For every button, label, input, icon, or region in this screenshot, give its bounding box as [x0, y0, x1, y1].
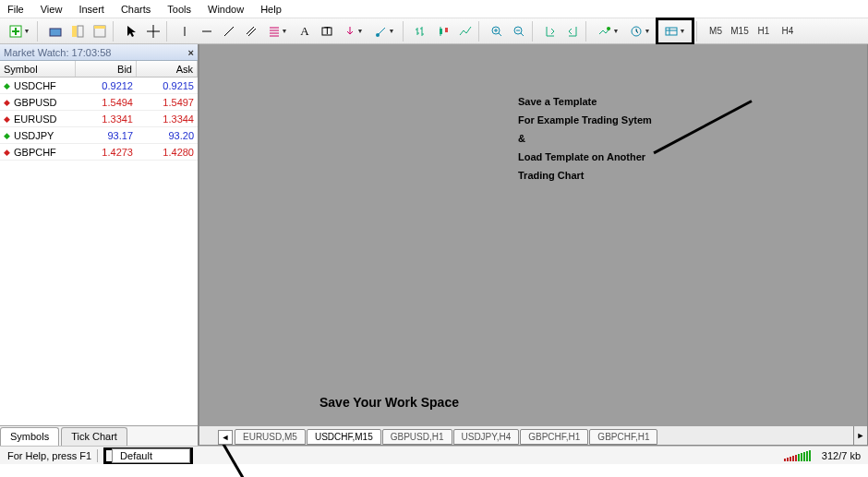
connection-status-icon[interactable] [784, 450, 811, 461]
bid-price: 1.5494 [76, 97, 137, 108]
menu-file[interactable]: File [7, 4, 24, 15]
objects-tool[interactable]: ▼ [369, 21, 401, 42]
zoom-out-button[interactable] [508, 21, 530, 42]
new-chart-button[interactable]: ▼ [4, 21, 35, 42]
market-watch-row[interactable]: ◆USDCHF0.92120.9215 [0, 78, 198, 94]
ask-price: 93.20 [137, 130, 198, 141]
fibo-tool[interactable]: ▼ [262, 21, 294, 42]
symbol-name: GBPCHF [14, 147, 56, 158]
tab-symbols[interactable]: Symbols [0, 427, 59, 446]
text-tool[interactable]: A [294, 21, 316, 42]
ask-price: 1.4280 [137, 147, 198, 158]
ask-price: 0.9215 [137, 80, 198, 91]
market-watch-row[interactable]: ◆GBPUSD1.54941.5497 [0, 94, 198, 111]
annotation-template-text: Save a Template For Example Trading Syte… [518, 92, 652, 185]
arrow-down-icon: ◆ [4, 98, 10, 107]
tab-tick-chart[interactable]: Tick Chart [61, 427, 127, 446]
toolbar: ▼ ▼ A T ▼ ▼ ▼ ▼ ▼ M5 M15 H1 H4 [0, 18, 868, 44]
menu-window[interactable]: Window [208, 4, 244, 15]
chart-tab-2[interactable]: GBPUSD,H1 [382, 429, 452, 445]
ask-price: 1.5497 [137, 97, 198, 108]
chart-tab-5[interactable]: GBPCHF,H1 [589, 429, 657, 445]
vertical-line-tool[interactable] [174, 21, 196, 42]
arrow-up-icon: ◆ [4, 81, 10, 90]
profiles-button[interactable] [44, 21, 66, 42]
bid-price: 0.9212 [76, 80, 137, 91]
market-watch-row[interactable]: ◆EURUSD1.33411.3344 [0, 111, 198, 127]
periodicity-button[interactable]: ▼ [624, 21, 656, 42]
menu-view[interactable]: View [41, 4, 63, 15]
profile-highlight: Default [103, 447, 193, 464]
arrow-down-icon: ◆ [4, 148, 10, 157]
svg-rect-3 [78, 26, 83, 37]
symbol-name: USDJPY [14, 130, 54, 141]
text-label-tool[interactable]: T [316, 21, 338, 42]
svg-point-8 [376, 33, 380, 37]
crosshair-tool[interactable] [142, 21, 164, 42]
market-watch-row[interactable]: ◆USDJPY93.1793.20 [0, 127, 198, 144]
chartshift-button[interactable] [561, 21, 584, 42]
market-watch-header: Symbol Bid Ask [0, 61, 198, 78]
horizontal-line-tool[interactable] [196, 21, 218, 42]
menu-insert[interactable]: Insert [78, 4, 104, 15]
indicators-button[interactable]: ▼ [593, 21, 624, 42]
svg-rect-2 [72, 26, 77, 37]
menu-bar: File View Insert Charts Tools Window Hel… [0, 0, 868, 18]
market-watch-close-icon[interactable]: × [188, 47, 194, 58]
arrow-down-icon: ◆ [4, 114, 10, 124]
timeframe-h1[interactable]: H1 [752, 21, 776, 42]
profile-selector[interactable]: Default [112, 448, 190, 463]
navigator-toggle[interactable] [89, 21, 111, 42]
menu-charts[interactable]: Charts [121, 4, 151, 15]
timeframe-m15[interactable]: M15 [728, 21, 752, 42]
symbol-name: USDCHF [14, 80, 56, 91]
chart-tab-4[interactable]: GBPCHF,H1 [520, 429, 588, 445]
bars-chart-button[interactable] [410, 21, 432, 42]
svg-rect-15 [666, 28, 677, 35]
channel-tool[interactable] [240, 21, 262, 42]
main-area: Market Watch: 17:03:58 × Symbol Bid Ask … [0, 44, 868, 446]
bid-price: 1.3341 [76, 113, 137, 125]
market-watch-toggle[interactable] [66, 21, 89, 42]
menu-tools[interactable]: Tools [167, 4, 191, 15]
menu-help[interactable]: Help [260, 4, 282, 15]
chart-tab-scroll-left[interactable]: ◄ [218, 430, 233, 445]
status-traffic: 312/7 kb [822, 450, 861, 461]
market-watch-row[interactable]: ◆GBPCHF1.42731.4280 [0, 144, 198, 161]
candles-chart-button[interactable] [432, 21, 454, 42]
bid-price: 1.4273 [76, 147, 137, 158]
arrow-up-icon: ◆ [4, 131, 10, 140]
cursor-tool[interactable] [120, 21, 142, 42]
svg-rect-9 [440, 29, 442, 34]
market-watch-title-bar: Market Watch: 17:03:58 × [0, 44, 198, 61]
timeframe-m5[interactable]: M5 [704, 21, 728, 42]
arrows-tool[interactable]: ▼ [338, 21, 369, 42]
svg-text:T: T [324, 25, 331, 36]
chart-tab-0[interactable]: EURUSD,M5 [235, 429, 306, 445]
svg-point-13 [607, 27, 610, 30]
zoom-in-button[interactable] [486, 21, 508, 42]
annotation-workspace-text: Save Your Work Space [319, 395, 459, 410]
template-button[interactable]: ▼ [659, 21, 691, 42]
chart-tab-scroll-right[interactable]: ► [853, 426, 867, 445]
status-bar: For Help, press F1 Default 312/7 kb [0, 446, 868, 464]
chart-tab-1[interactable]: USDCHF,M15 [307, 429, 381, 445]
svg-rect-5 [94, 26, 105, 29]
chart-tabs-bar: ◄ EURUSD,M5 USDCHF,M15 GBPUSD,H1 USDJPY,… [199, 426, 853, 445]
chart-tab-3[interactable]: USDJPY,H4 [453, 429, 520, 445]
line-chart-button[interactable] [454, 21, 476, 42]
header-symbol[interactable]: Symbol [0, 61, 76, 77]
market-watch-title: Market Watch: 17:03:58 [4, 47, 111, 58]
ask-price: 1.3344 [137, 113, 198, 125]
header-ask[interactable]: Ask [137, 61, 198, 77]
market-watch-panel: Market Watch: 17:03:58 × Symbol Bid Ask … [0, 44, 199, 446]
header-bid[interactable]: Bid [76, 61, 137, 77]
chart-area[interactable]: Save a Template For Example Trading Syte… [199, 44, 868, 446]
status-help-text: For Help, press F1 [7, 450, 91, 461]
annotation-arrow-template [653, 100, 752, 154]
timeframe-h4[interactable]: H4 [776, 21, 800, 42]
market-watch-body: ◆USDCHF0.92120.9215◆GBPUSD1.54941.5497◆E… [0, 78, 198, 425]
svg-rect-1 [50, 29, 61, 36]
trendline-tool[interactable] [218, 21, 240, 42]
autoscroll-button[interactable] [539, 21, 561, 42]
